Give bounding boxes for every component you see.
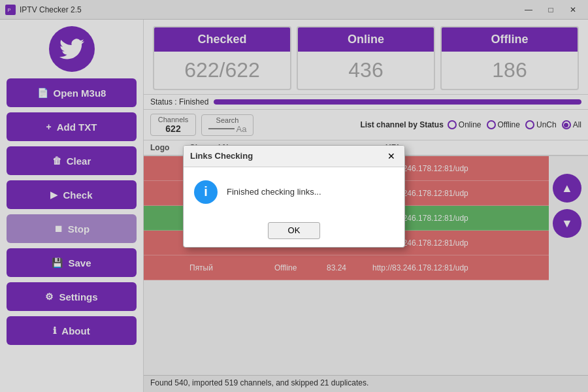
dialog-close-button[interactable]: ✕ — [385, 150, 398, 163]
dialog-overlay: Links Checking ✕ i Finished checking lin… — [0, 0, 588, 392]
dialog-title-bar: Links Checking ✕ — [184, 146, 404, 167]
dialog-info-icon: i — [194, 180, 218, 204]
dialog-title: Links Checking — [190, 151, 253, 161]
dialog-body: i Finished checking links... — [184, 167, 404, 217]
dialog-footer: OK — [184, 217, 404, 247]
dialog-message: Finished checking links... — [227, 187, 321, 197]
dialog-ok-button[interactable]: OK — [268, 222, 320, 239]
links-checking-dialog: Links Checking ✕ i Finished checking lin… — [183, 145, 405, 248]
